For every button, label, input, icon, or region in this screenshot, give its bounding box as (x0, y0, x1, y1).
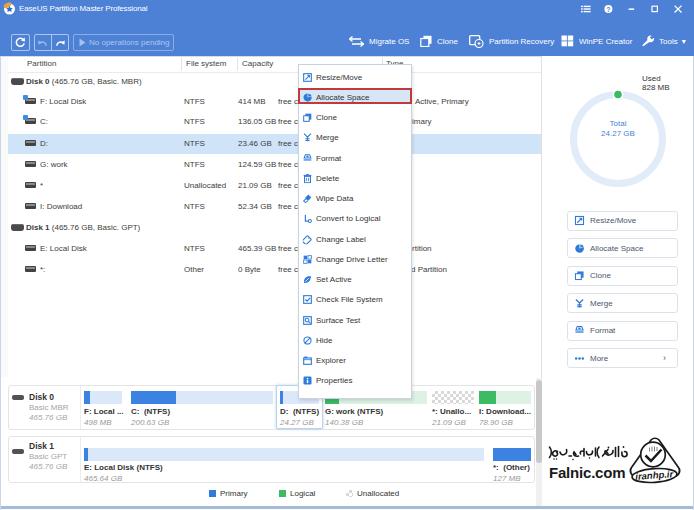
svg-text:?: ? (606, 6, 610, 13)
svg-text:Falnic.com: Falnic.com (549, 464, 625, 481)
